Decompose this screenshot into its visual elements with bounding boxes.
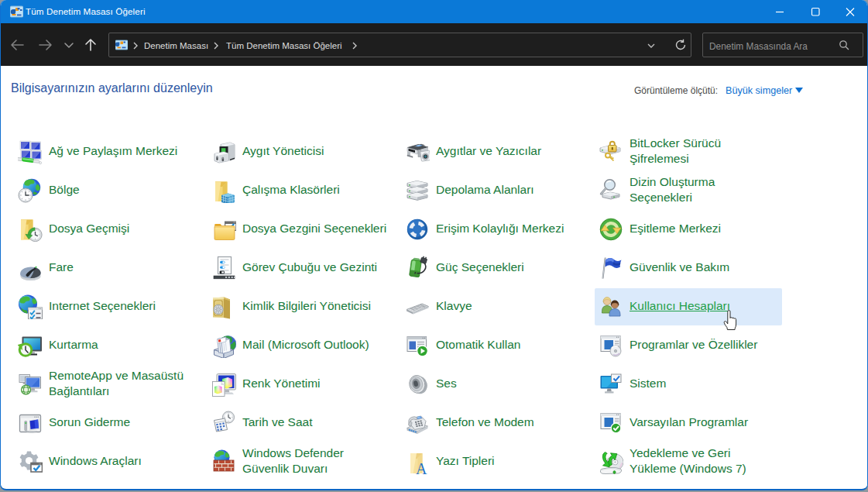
svg-text:A: A [416, 460, 427, 474]
